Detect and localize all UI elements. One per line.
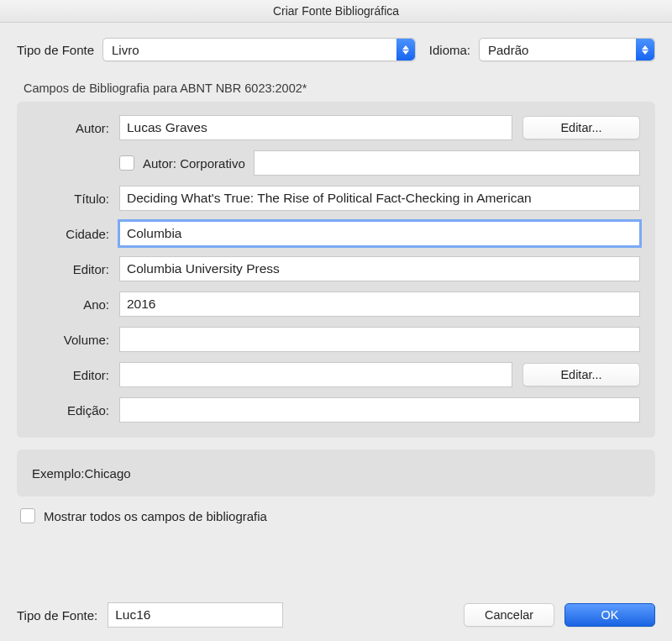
language-select[interactable]: Padrão (479, 38, 655, 61)
corporate-input[interactable] (254, 150, 640, 176)
corporate-author-row: Autor: Corporativo (119, 150, 640, 176)
title-input[interactable] (119, 186, 640, 211)
window-titlebar: Criar Fonte Bibliográfica (0, 0, 672, 23)
edition-label: Edição: (32, 403, 109, 418)
title-label: Título: (32, 192, 109, 206)
author-edit-button[interactable]: Editar... (522, 116, 640, 139)
language-value: Padrão (488, 43, 636, 57)
year-row: Ano: (32, 292, 640, 317)
example-prefix: Exemplo: (32, 466, 85, 481)
footer-row: Tipo de Fonte: Cancelar OK (17, 584, 655, 628)
ok-button[interactable]: OK (564, 603, 655, 627)
cancel-button[interactable]: Cancelar (464, 603, 554, 627)
show-all-checkbox[interactable] (20, 508, 35, 523)
publisher-label: Editor: (32, 262, 109, 276)
edition-row: Edição: (32, 397, 640, 423)
fields-panel: Autor: Editar... Autor: Corporativo Títu… (17, 102, 655, 438)
top-row: Tipo de Fonte Livro Idioma: Padrão (17, 38, 655, 61)
source-type-value: Livro (112, 43, 396, 57)
language-label: Idioma: (429, 43, 470, 57)
volume-label: Volume: (32, 333, 109, 347)
window-title: Criar Fonte Bibliográfica (273, 4, 399, 18)
section-heading: Campos de Bibliografia para ABNT NBR 602… (24, 81, 655, 95)
corporate-checkbox[interactable] (119, 155, 134, 171)
author-input[interactable] (119, 115, 512, 140)
year-label: Ano: (32, 297, 109, 312)
tag-input[interactable] (108, 602, 283, 628)
volume-input[interactable] (119, 327, 640, 352)
publisher-row: Editor: (32, 256, 640, 281)
example-panel: Exemplo: Chicago (17, 449, 655, 497)
city-row: Cidade: (32, 221, 640, 246)
editor2-input[interactable] (119, 362, 512, 387)
city-label: Cidade: (32, 227, 109, 241)
show-all-row: Mostrar todos os campos de bibliografia (17, 508, 655, 523)
edition-input[interactable] (119, 397, 640, 423)
updown-icon (396, 39, 415, 60)
publisher-input[interactable] (119, 256, 640, 281)
editor2-edit-button[interactable]: Editar... (522, 363, 640, 386)
editor2-row: Editor: Editar... (32, 362, 640, 387)
source-type-label: Tipo de Fonte (17, 43, 94, 57)
tag-label: Tipo de Fonte: (17, 608, 97, 623)
example-value: Chicago (85, 466, 131, 481)
author-label: Autor: (32, 121, 109, 135)
volume-row: Volume: (32, 327, 640, 352)
year-input[interactable] (119, 292, 640, 317)
corporate-label: Autor: Corporativo (143, 156, 245, 171)
city-input[interactable] (119, 221, 640, 246)
dialog-create-source: Criar Fonte Bibliográfica Tipo de Fonte … (0, 0, 672, 641)
title-row: Título: (32, 186, 640, 211)
source-type-select[interactable]: Livro (102, 38, 416, 61)
editor2-label: Editor: (32, 368, 109, 382)
dialog-body: Tipo de Fonte Livro Idioma: Padrão Campo… (0, 23, 672, 641)
author-row: Autor: Editar... (32, 115, 640, 140)
updown-icon (636, 39, 654, 60)
show-all-label: Mostrar todos os campos de bibliografia (44, 509, 267, 523)
